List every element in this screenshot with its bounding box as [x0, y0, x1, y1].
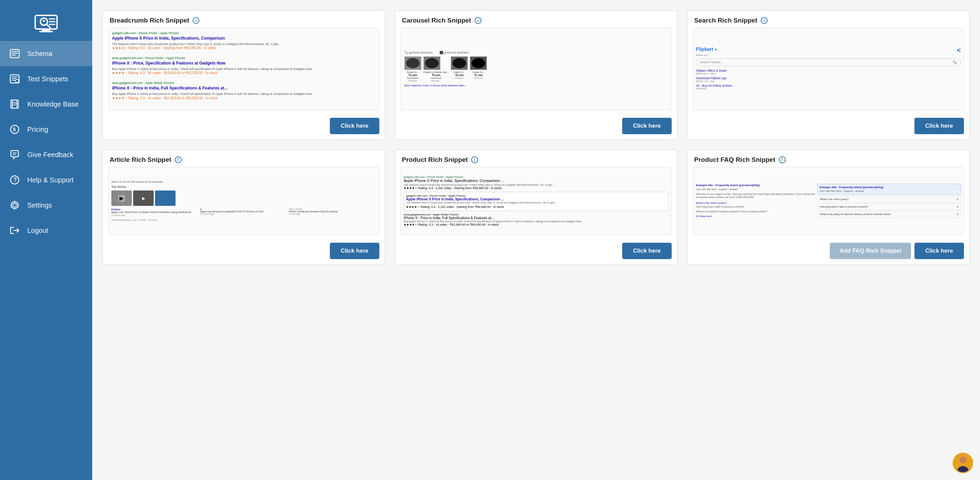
svg-rect-19 [11, 100, 17, 108]
card-search-title: Search Rich Snippet [694, 17, 757, 24]
card-carousel-header: Carousel Rich Snippet i [395, 11, 677, 28]
cards-grid: Breadcrumb Rich Snippet i gadgets.ndtv.c… [102, 10, 970, 265]
card-product-faq-preview: Example Site - Frequently Asked Question… [693, 167, 964, 235]
settings-icon [8, 199, 21, 212]
knowledge-base-icon [8, 98, 21, 111]
card-product-faq-title: Product FAQ Rich Snippet [694, 156, 775, 164]
product-click-here-button[interactable]: Click here [622, 243, 672, 259]
sidebar-item-settings[interactable]: Settings [0, 192, 92, 218]
card-breadcrumb-header: Breadcrumb Rich Snippet i [103, 11, 385, 28]
card-breadcrumb-title: Breadcrumb Rich Snippet [110, 17, 189, 24]
card-carousel: Carousel Rich Snippet i 🔍 gshock watches… [395, 10, 678, 140]
card-search-header: Search Rich Snippet i [687, 11, 969, 28]
card-article-header: Article Rich Snippet i [103, 150, 385, 167]
chat-avatar[interactable] [953, 453, 973, 473]
card-search-footer: Click here [687, 114, 969, 140]
card-search-preview: Flipkart ✦ flipkart.com < Search Flipkar… [693, 28, 964, 110]
card-breadcrumb: Breadcrumb Rich Snippet i gadgets.ndtv.c… [102, 10, 385, 140]
card-article: Article Rich Snippet i About 31,20,00,00… [102, 149, 385, 265]
avatar-figure [954, 454, 972, 472]
test-snippets-icon [8, 72, 21, 85]
card-product-header: Product Rich Snippet i [395, 150, 677, 167]
card-product-faq-footer: Add FAQ Rich Snippet Click here [687, 239, 969, 265]
sidebar-item-knowledge-base[interactable]: Knowledge Base [0, 92, 92, 117]
sidebar-item-give-feedback-label: Give Feedback [27, 151, 73, 159]
svg-point-32 [959, 456, 966, 463]
sidebar-item-help-support[interactable]: ? Help & Support [0, 167, 92, 192]
sidebar-item-logout[interactable]: Logout [0, 218, 92, 243]
card-breadcrumb-preview: gadgets.ndtv.com › Phone Finder › Apple … [108, 28, 379, 110]
add-faq-rich-snippet-button[interactable]: Add FAQ Rich Snippet [830, 243, 911, 259]
pricing-icon: $ [8, 123, 21, 136]
card-carousel-footer: Click here [395, 114, 677, 140]
breadcrumb-click-here-button[interactable]: Click here [330, 118, 379, 134]
svg-rect-2 [39, 31, 53, 32]
sidebar-item-settings-label: Settings [27, 202, 52, 209]
carousel-click-here-button[interactable]: Click here [622, 118, 672, 134]
carousel-info-icon[interactable]: i [475, 17, 482, 24]
svg-text:$: $ [13, 127, 16, 132]
card-search: Search Rich Snippet i Flipkart ✦ flipkar… [687, 10, 970, 140]
logo-icon [32, 10, 60, 34]
card-article-title: Article Rich Snippet [110, 156, 172, 164]
product-info-icon[interactable]: i [471, 156, 478, 163]
svg-rect-20 [12, 100, 18, 108]
search-info-icon[interactable]: i [761, 17, 768, 24]
article-info-icon[interactable]: i [175, 156, 182, 163]
card-product-footer: Click here [395, 239, 677, 265]
card-product: Product Rich Snippet i gadgets.ndtv.com … [395, 149, 678, 265]
svg-point-30 [13, 203, 16, 207]
breadcrumb-info-icon[interactable]: i [192, 17, 199, 24]
sidebar-item-logout-label: Logout [27, 227, 48, 235]
svg-text:?: ? [14, 177, 17, 183]
main-content: Breadcrumb Rich Snippet i gadgets.ndtv.c… [92, 0, 980, 480]
card-product-title: Product Rich Snippet [402, 156, 468, 164]
svg-rect-1 [42, 29, 50, 31]
card-product-faq-header: Product FAQ Rich Snippet i [687, 150, 969, 167]
card-product-preview: gadgets.ndtv.com › Phone Finder › Apple … [401, 167, 672, 235]
card-carousel-preview: 🔍 gshock watches ⬛ g-shock watches Casio… [401, 28, 672, 110]
card-article-footer: Click here [103, 239, 385, 265]
sidebar-item-pricing[interactable]: $ Pricing [0, 117, 92, 142]
sidebar-item-give-feedback[interactable]: Give Feedback [0, 142, 92, 167]
article-click-here-button[interactable]: Click here [330, 243, 379, 259]
logout-icon [8, 224, 21, 237]
search-click-here-button[interactable]: Click here [915, 118, 964, 134]
sidebar: Schema Test Snippets [0, 0, 92, 480]
sidebar-item-test-snippets[interactable]: Test Snippets [0, 66, 92, 92]
help-support-icon: ? [8, 173, 21, 186]
card-article-preview: About 31,20,00,000 results (0.46 seconds… [108, 167, 379, 235]
card-carousel-title: Carousel Rich Snippet [402, 17, 471, 24]
sidebar-item-test-snippets-label: Test Snippets [27, 75, 68, 83]
sidebar-item-pricing-label: Pricing [27, 126, 48, 134]
sidebar-item-schema-label: Schema [27, 50, 52, 58]
card-product-faq: Product FAQ Rich Snippet i Example Site … [687, 149, 970, 265]
give-feedback-icon [8, 148, 21, 161]
sidebar-navigation: Schema Test Snippets [0, 41, 92, 480]
svg-marker-5 [42, 19, 45, 22]
sidebar-item-knowledge-base-label: Knowledge Base [27, 100, 78, 108]
sidebar-item-schema[interactable]: Schema [0, 41, 92, 66]
sidebar-logo [0, 0, 92, 41]
sidebar-item-help-support-label: Help & Support [27, 176, 74, 184]
schema-icon [8, 47, 21, 60]
product-faq-click-here-button[interactable]: Click here [915, 243, 964, 259]
card-breadcrumb-footer: Click here [103, 114, 385, 140]
product-faq-info-icon[interactable]: i [779, 156, 786, 163]
